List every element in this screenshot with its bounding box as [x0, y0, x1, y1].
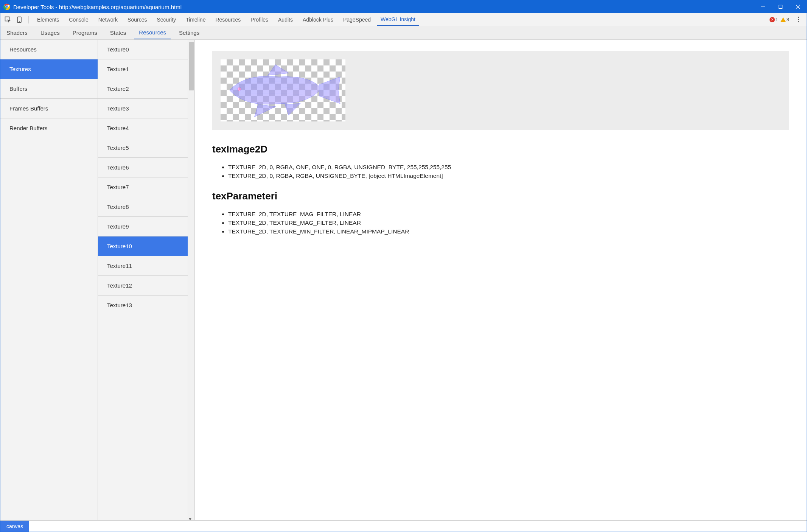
devtools-tab-timeline[interactable]: Timeline	[182, 13, 209, 26]
inspect-icon[interactable]	[3, 15, 12, 24]
close-button[interactable]	[789, 0, 807, 13]
texture-item[interactable]: Texture9	[98, 217, 188, 236]
section-heading-teximage2d: texImage2D	[212, 143, 789, 155]
scroll-thumb[interactable]	[189, 42, 194, 90]
texture-item[interactable]: Texture5	[98, 138, 188, 158]
main-panel: ResourcesTexturesBuffersFrames BuffersRe…	[0, 40, 807, 520]
devtools-tab-webgl-insight[interactable]: WebGL Insight	[377, 13, 419, 26]
texparameteri-entry: TEXTURE_2D, TEXTURE_MAG_FILTER, LINEAR	[228, 218, 789, 227]
texture-preview	[221, 59, 345, 121]
window-title: Developer Tools - http://webglsamples.or…	[13, 4, 182, 10]
minimize-button[interactable]	[754, 0, 772, 13]
devtools-window: Developer Tools - http://webglsamples.or…	[0, 0, 807, 532]
teximage2d-entry: TEXTURE_2D, 0, RGBA, ONE, ONE, 0, RGBA, …	[228, 163, 789, 171]
category-item-buffers[interactable]: Buffers	[0, 79, 98, 99]
category-item-textures[interactable]: Textures	[0, 59, 98, 79]
scroll-down-icon[interactable]: ▾	[189, 516, 193, 520]
webgl-insight-subtabs: ShadersUsagesProgramsStatesResourcesSett…	[0, 26, 807, 40]
devtools-tab-strip: ElementsConsoleNetworkSourcesSecurityTim…	[0, 13, 807, 26]
texture-item[interactable]: Texture6	[98, 158, 188, 177]
teximage2d-entry: TEXTURE_2D, 0, RGBA, RGBA, UNSIGNED_BYTE…	[228, 171, 789, 180]
subtab-states[interactable]: States	[106, 26, 131, 39]
texture-item[interactable]: Texture10	[98, 236, 188, 256]
error-icon: ✕	[770, 17, 775, 22]
category-item-frames-buffers[interactable]: Frames Buffers	[0, 99, 98, 118]
texture-item[interactable]: Texture12	[98, 276, 188, 296]
error-count[interactable]: ✕ 1	[770, 17, 778, 22]
warning-count[interactable]: 3	[781, 17, 789, 22]
more-menu-icon[interactable]	[795, 17, 802, 22]
texture-item[interactable]: Texture11	[98, 256, 188, 276]
resource-category-list: ResourcesTexturesBuffersFrames BuffersRe…	[0, 40, 98, 520]
subtab-programs[interactable]: Programs	[68, 26, 102, 39]
chrome-icon	[3, 3, 10, 10]
devtools-tab-pagespeed[interactable]: PageSpeed	[339, 13, 375, 26]
devtools-tab-sources[interactable]: Sources	[124, 13, 151, 26]
teximage2d-list: TEXTURE_2D, 0, RGBA, ONE, ONE, 0, RGBA, …	[228, 163, 789, 180]
device-icon[interactable]	[15, 15, 24, 24]
texture-item[interactable]: Texture4	[98, 118, 188, 138]
texparameteri-entry: TEXTURE_2D, TEXTURE_MIN_FILTER, LINEAR_M…	[228, 227, 789, 236]
texture-preview-frame	[212, 51, 789, 130]
texture-item[interactable]: Texture13	[98, 296, 188, 315]
subtab-usages[interactable]: Usages	[36, 26, 64, 39]
fish-texture-image	[222, 62, 344, 119]
texture-item[interactable]: Texture7	[98, 177, 188, 197]
warning-icon	[781, 17, 786, 22]
subtab-resources[interactable]: Resources	[134, 26, 171, 39]
section-heading-texparameteri: texParameteri	[212, 190, 789, 202]
texparameteri-entry: TEXTURE_2D, TEXTURE_MAG_FILTER, LINEAR	[228, 210, 789, 218]
scrollbar[interactable]: ▴ ▾	[188, 40, 194, 520]
devtools-tab-security[interactable]: Security	[153, 13, 180, 26]
texture-item[interactable]: Texture0	[98, 40, 188, 59]
devtools-tab-adblock-plus[interactable]: Adblock Plus	[299, 13, 337, 26]
texture-item[interactable]: Texture8	[98, 197, 188, 217]
texture-detail-panel: texImage2D TEXTURE_2D, 0, RGBA, ONE, ONE…	[195, 40, 807, 520]
devtools-tab-elements[interactable]: Elements	[33, 13, 63, 26]
texture-item[interactable]: Texture3	[98, 99, 188, 118]
texture-list: Texture0Texture1Texture2Texture3Texture4…	[98, 40, 195, 520]
devtools-tab-network[interactable]: Network	[95, 13, 121, 26]
window-controls	[754, 0, 807, 13]
subtab-settings[interactable]: Settings	[174, 26, 204, 39]
category-item-render-buffers[interactable]: Render Buffers	[0, 118, 98, 138]
devtools-tab-resources[interactable]: Resources	[211, 13, 244, 26]
window-title-bar: Developer Tools - http://webglsamples.or…	[0, 0, 807, 13]
devtools-tab-audits[interactable]: Audits	[274, 13, 297, 26]
category-item-resources[interactable]: Resources	[0, 40, 98, 59]
footer-breadcrumb: canvas	[0, 520, 807, 532]
texparameteri-list: TEXTURE_2D, TEXTURE_MAG_FILTER, LINEARTE…	[228, 210, 789, 236]
separator	[28, 16, 29, 23]
devtools-tab-profiles[interactable]: Profiles	[247, 13, 272, 26]
breadcrumb-canvas[interactable]: canvas	[0, 521, 29, 532]
maximize-button[interactable]	[772, 0, 789, 13]
texture-item[interactable]: Texture1	[98, 59, 188, 79]
svg-point-11	[237, 87, 241, 91]
devtools-tab-console[interactable]: Console	[65, 13, 92, 26]
svg-rect-5	[779, 5, 782, 9]
texture-item[interactable]: Texture2	[98, 79, 188, 99]
subtab-shaders[interactable]: Shaders	[2, 26, 32, 39]
